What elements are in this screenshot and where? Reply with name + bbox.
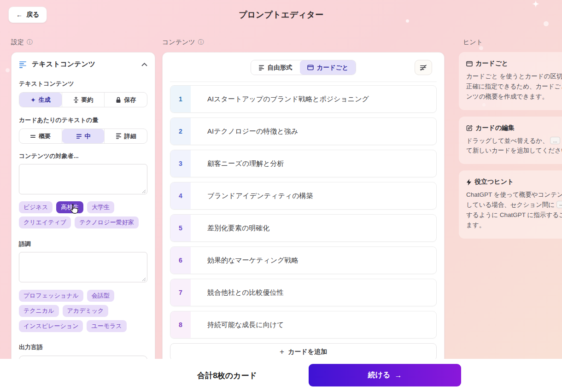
audience-tags: ビジネス 高校生 大学生 クリエイティブ テクノロジー愛好家 [19,201,147,228]
tone-tags: プロフェッショナル 会話型 テクニカル アカデミック インスピレーション ユーモ… [19,290,147,332]
freeform-lines-icon [258,65,264,70]
hint-text-line: ChatGPT を使って概要やコンテンツを作成 [466,190,562,200]
content-card-2[interactable]: 2 AIテクノロジーの特徴と強み [170,117,437,145]
tab-freeform[interactable]: 自由形式 [251,60,300,75]
hints-column: カードごと カードごと を使うとカードの区切りを 正確に指定できるため、カードご… [459,52,562,245]
card-number: 1 [170,86,191,112]
hint-title: カードごと [475,59,508,68]
total-cards-label: 合計8枚のカード [172,370,282,381]
card-number: 7 [170,279,191,306]
hint-text-line: ドラッグして並べ替えるか、 ... [466,136,562,146]
card-title: AIスタートアップのブランド戦略とポジショニング [191,86,369,112]
card-number: 4 [170,182,191,209]
lightning-bolt-icon [466,179,472,186]
settings-panel-title: テキストコンテンツ [32,60,137,69]
text-mode-segmented-control: ✦ 生成 要約 保存 [19,92,147,107]
hint-text-line: カードごと を使うとカードの区切りを [466,71,562,82]
card-number: 8 [170,311,191,338]
tag-tech-enthusiast[interactable]: テクノロジー愛好家 [75,216,139,228]
inline-ellipsis-pill: ... [550,137,560,144]
three-lines-icon [76,134,82,139]
content-card-3[interactable]: 3 顧客ニーズの理解と分析 [170,150,437,177]
content-panel: 自由形式 カードごと 1 AIスタートアップのブランド戦略と [162,52,445,374]
continue-button[interactable]: 続ける → [309,364,461,386]
sparkle-dot [544,21,549,26]
tag-technical[interactable]: テクニカル [19,305,59,317]
card-number: 2 [170,118,191,145]
content-section-label: コンテンツⓘ [162,38,204,47]
hint-title: カードの編集 [475,124,515,132]
card-title: AIテクノロジーの特徴と強み [191,118,298,145]
plus-icon: + [280,347,284,357]
amount-detailed-button[interactable]: 詳細 [105,129,147,143]
content-card-7[interactable]: 7 競合他社との比較優位性 [170,279,437,306]
four-lines-icon [116,133,122,139]
tone-label: 語調 [19,240,147,248]
resize-handle[interactable] [142,189,146,193]
tone-textarea[interactable] [19,252,147,282]
tab-card-by-card[interactable]: カードごと [300,60,356,75]
lock-icon [116,97,121,103]
divider [170,82,437,82]
hints-section-label: ヒント [463,38,483,47]
tag-academic[interactable]: アカデミック [63,305,109,317]
hint-useful-tips: 役立つヒント ChatGPT を使って概要やコンテンツを作成 している場合、セク… [459,170,562,238]
footer-bar: 合計8枚のカード 続ける → [0,359,562,392]
audience-textarea[interactable] [19,164,147,194]
hint-text-line: している場合、セクション間に --- を挿入 [466,200,562,210]
card-title: 効果的なマーケティング戦略 [191,247,298,274]
amount-segmented-control: 概要 中 詳細 [19,129,147,144]
card-number: 3 [170,150,191,177]
tag-humorous[interactable]: ユーモラス [87,320,126,332]
content-card-4[interactable]: 4 ブランドアイデンティティの構築 [170,182,437,210]
tag-highschool[interactable]: 高校生 [56,201,83,213]
amount-label: カードあたりのテキストの量 [19,116,147,124]
chevron-up-icon[interactable] [141,63,147,66]
tag-business[interactable]: ビジネス [19,201,53,213]
tag-creative[interactable]: クリエイティブ [19,216,71,228]
resize-handle[interactable] [142,277,146,281]
content-card-5[interactable]: 5 差別化要素の明確化 [170,214,437,242]
mode-summarize-button[interactable]: 要約 [62,93,105,107]
tag-conversational[interactable]: 会話型 [87,290,114,302]
card-icon [466,61,473,67]
settings-panel: テキストコンテンツ テキストコンテンツ ✦ 生成 要約 [11,52,155,374]
mode-generate-button[interactable]: ✦ 生成 [19,93,62,107]
card-list: 1 AIスタートアップのブランド戦略とポジショニング 2 AIテクノロジーの特徴… [170,85,437,339]
info-icon[interactable]: ⓘ [198,38,204,47]
tag-university[interactable]: 大学生 [87,201,114,213]
sparkle-dot [479,46,483,50]
audience-label: コンテンツの対象者... [19,152,147,160]
tag-professional[interactable]: プロフェッショナル [19,290,83,302]
content-card-1[interactable]: 1 AIスタートアップのブランド戦略とポジショニング [170,85,437,113]
card-number: 5 [170,215,191,241]
hint-title: 役立つヒント [474,178,514,186]
card-title: 顧客ニーズの理解と分析 [191,150,284,177]
info-icon[interactable]: ⓘ [27,38,33,47]
mode-preserve-button[interactable]: 保存 [105,93,147,107]
hint-text-line: ます。 [466,220,562,230]
arrow-right-icon: → [394,371,402,380]
text-content-label: テキストコンテンツ [19,80,147,88]
hint-card-by-card: カードごと カードごと を使うとカードの区切りを 正確に指定できるため、カードご… [459,52,562,110]
amount-brief-button[interactable]: 概要 [19,129,62,143]
inline-divider-pill: --- [556,201,562,208]
merge-arrows-icon [73,97,79,103]
prompt-editor-screen: ← 戻る プロンプトエディター 設定ⓘ コンテンツⓘ ヒント テキストコンテンツ… [0,0,562,392]
sparkle-star-icon [531,0,541,10]
collapse-text-button[interactable] [415,60,432,75]
card-icon [307,64,314,70]
card-title: 持続可能な成長に向けて [191,311,284,338]
hint-text-line: ンツの概要を作成できます。 [466,92,562,102]
content-mode-toggle: 自由形式 カードごと [251,60,357,75]
card-number: 6 [170,247,191,274]
tag-inspirational[interactable]: インスピレーション [19,320,83,332]
card-title: 競合他社との比較優位性 [191,279,284,306]
content-card-8[interactable]: 8 持続可能な成長に向けて [170,311,437,339]
content-card-6[interactable]: 6 効果的なマーケティング戦略 [170,246,437,274]
text-lines-icon [19,61,27,68]
amount-medium-button[interactable]: 中 [62,129,105,143]
page-title: プロンプトエディター [0,9,562,20]
sparkle-dot [6,68,10,72]
add-card-button[interactable]: + カードを追加 [170,343,437,361]
